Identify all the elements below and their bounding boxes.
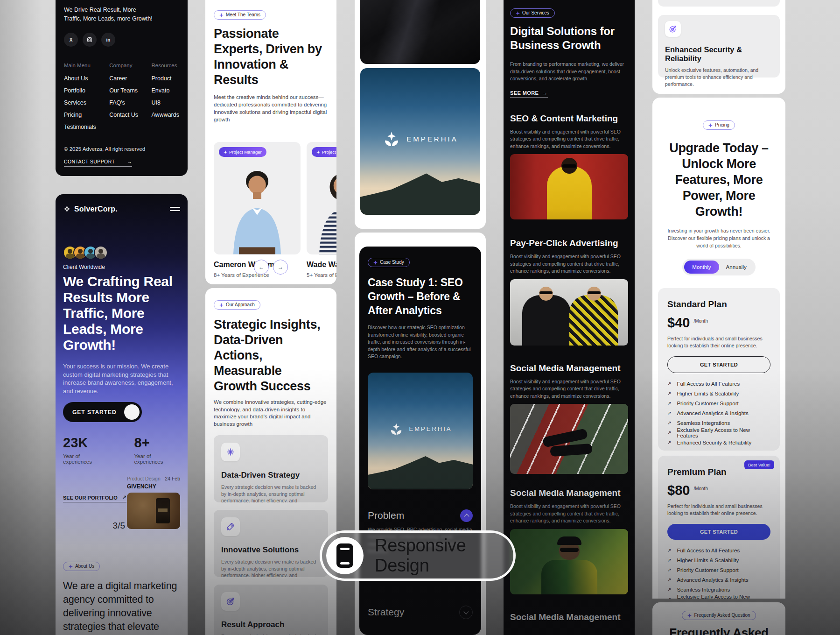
service-image-two-models-sunglasses [510,279,628,346]
role-badge: Project Manager [312,147,336,157]
accordion-row-problem[interactable]: Problem [368,509,473,522]
footer-column-title: Company [109,63,138,68]
badge-label: Frequently Asked Question [694,613,750,618]
plan-feature: ↗Advanced Analytics & Insights [667,575,770,585]
plan-feature: ↗Enhanced Security & Reliability [667,437,770,447]
carousel-pagination: 3/5 [113,521,125,531]
portfolio-project-card[interactable]: Product Design 24 Feb GIVENCHY [127,476,180,529]
accordion-row-strategy[interactable]: Strategy [368,606,473,619]
get-started-button[interactable]: GET STARTED [667,524,770,540]
see-more-label: SEE MORE [510,90,539,96]
overlay-label: Responsive Design [375,536,513,576]
linkedin-icon[interactable]: in [101,33,115,47]
plan-feature: ↗Exclusive Early Access to New Features [667,428,770,437]
team-member-photo [307,166,336,254]
footer-link-ui8[interactable]: UI8 [151,99,179,106]
plan-period: /Month [693,486,708,491]
footer-link-testimonials[interactable]: Testimonials [64,124,96,130]
footer-link-career[interactable]: Career [109,75,138,82]
case-study-badge: Case Study [368,258,410,267]
footer-link-portfolio[interactable]: Portfolio [64,87,96,94]
footer-link-faqs[interactable]: FAQ's [109,99,138,106]
brand-name: SolverCorp. [74,205,118,213]
emperhia-brand-image: EMPERHIA [368,373,473,489]
footer-link-envato[interactable]: Envato [151,87,179,94]
footer-link-services[interactable]: Services [64,99,96,106]
plan-feature: ↗Higher Limits & Scalability [667,388,770,398]
project-category: Product Design [127,476,161,481]
plan-card-standard: Standard Plan $40 /Month Perfect for ind… [658,288,780,451]
mobile-screen-teams: Meet The Teams Passionate Experts, Drive… [205,0,336,284]
our-services-badge: Our Services [510,8,555,18]
teams-heading: Passionate Experts, Driven by Innovation… [214,26,328,88]
service-title: SEO & Content Marketing [510,113,628,124]
hamburger-menu-icon[interactable] [170,205,180,213]
see-portfolio-link[interactable]: SEE OUR PORTFOLIO ↗ [63,494,126,502]
approach-card-text: Every strategic decision we make is back… [221,633,321,635]
footer-link-pricing[interactable]: Pricing [64,112,96,118]
get-started-button[interactable]: GET STARTED [667,356,770,373]
plan-price: $40 [667,315,690,331]
footer-column-resources: Resources Product Envato UI8 Awwwards [151,63,179,136]
emperhia-logo-icon [389,422,404,437]
instagram-icon[interactable] [83,33,97,47]
plan-feature: ↗Priority Customer Support [667,398,770,408]
footer-link-our-teams[interactable]: Our Teams [109,87,138,94]
plan-period: /Month [693,318,708,324]
plan-description: Perfect for individuals and small busine… [667,335,770,349]
service-title: Social Media Management [510,488,628,498]
arrow-right-icon: → [127,159,132,164]
arrow-up-right-icon: ↗ [122,494,126,501]
responsive-design-showcase: We Drive Real Result, More Traffic, More… [0,0,840,635]
stat-experience: 8+ Year of experiences [134,435,181,465]
toggle-annually[interactable]: Annually [719,261,754,274]
mobile-screen-footer: We Drive Real Result, More Traffic, More… [56,0,188,176]
target-icon [665,21,681,37]
about-text: We are a digital marketing agency commit… [63,579,180,635]
arrow-up-right-icon: ↗ [667,548,671,553]
stat-value: 8+ [134,435,181,451]
faq-badge: Frequently Asked Question [682,611,756,620]
footer-link-awwwards[interactable]: Awwwards [151,112,179,118]
about-text-emphasis: We are a digital marketing agency commit… [63,580,177,635]
plan-feature: ↗Full Access to All Features [667,545,770,555]
phone-icon [326,537,364,574]
chevron-up-icon[interactable] [460,509,473,522]
services-heading: Digital Solutions for Business Growth [510,24,628,52]
arrow-right-icon: → [542,90,547,96]
mountain-silhouette [368,452,473,489]
get-started-label: GET STARTED [72,409,117,416]
toggle-monthly[interactable]: Monthly [684,261,719,274]
meet-the-teams-badge: Meet The Teams [214,10,266,20]
service-text: Boost visibility and engagement with pow… [510,378,628,400]
mobile-screen-services: Our Services Digital Solutions for Busin… [504,0,635,635]
badge-label: Our Approach [226,303,255,307]
carousel-prev-button[interactable]: ← [254,260,269,275]
see-more-link[interactable]: SEE MORE → [510,90,548,98]
chevron-down-icon[interactable] [459,606,473,619]
arrow-up-right-icon: ↗ [667,391,671,396]
badge-label: Pricing [715,123,729,127]
get-started-button[interactable]: GET STARTED → [63,402,142,422]
team-card[interactable]: Project Manager [307,142,336,254]
contact-support-link[interactable]: CONTACT SUPPORT → [64,159,132,167]
approach-card-text: Every strategic decision we make is back… [221,558,321,577]
x-twitter-icon[interactable]: X [64,33,78,47]
arrow-up-right-icon: ↗ [667,577,671,582]
footer-link-contact-us[interactable]: Contact Us [109,112,138,118]
social-links: X in [64,33,179,47]
footer-link-product[interactable]: Product [151,75,179,82]
stat-value: 23K [63,435,109,451]
team-card[interactable]: Project Manager [214,142,301,254]
badge-label: Meet The Teams [226,13,260,17]
carousel-next-button[interactable]: → [273,260,288,275]
spark-icon [221,443,240,461]
solvercorp-logo-icon [63,205,71,213]
arrow-up-right-icon: ↗ [667,440,671,445]
our-approach-badge: Our Approach [214,300,260,310]
brand-wordmark: EMPERHIA [409,425,452,432]
approach-card-title: Innovative Solutions [221,545,321,555]
service-block: Social Media Management Boost visibility… [510,363,628,474]
plan-card-premium: Best Value! Premium Plan $80 /Month Perf… [658,456,780,599]
footer-link-about-us[interactable]: About Us [64,75,96,82]
